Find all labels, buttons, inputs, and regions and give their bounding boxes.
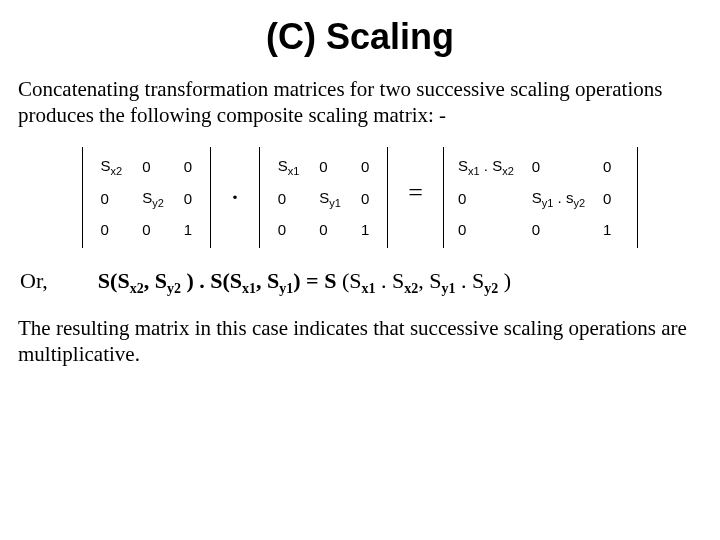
outro-paragraph: The resulting matrix in this case indica… <box>18 315 702 368</box>
m2-r2c2: 1 <box>351 215 379 244</box>
matrix-s2: Sx2 0 0 0 Sy2 0 0 0 1 <box>82 147 212 248</box>
m3-r1c1: Sy1 . sy2 <box>532 183 603 215</box>
m1-r0c2: 0 <box>174 151 202 183</box>
matrix-s1: Sx1 0 0 0 Sy1 0 0 0 1 <box>259 147 389 248</box>
m2-r0c0: Sx1 <box>268 151 310 183</box>
scaling-function-equation: S(Sx2, Sy2 ) . S(Sx1, Sy1) = S (Sx1 . Sx… <box>98 268 511 297</box>
dot-operator: . <box>229 172 241 206</box>
m3-r0c2: 0 <box>603 151 629 183</box>
m2-r0c1: 0 <box>309 151 351 183</box>
or-label: Or, <box>20 268 48 294</box>
m1-r1c2: 0 <box>174 183 202 215</box>
m1-r2c1: 0 <box>132 215 174 244</box>
m2-r1c2: 0 <box>351 183 379 215</box>
m2-r0c2: 0 <box>351 151 379 183</box>
m1-r2c2: 1 <box>174 215 202 244</box>
m3-r1c0: 0 <box>452 183 532 215</box>
m2-r2c1: 0 <box>309 215 351 244</box>
m3-r2c1: 0 <box>532 215 603 244</box>
m1-r0c1: 0 <box>132 151 174 183</box>
m3-r2c2: 1 <box>603 215 629 244</box>
intro-paragraph: Concatenating transformation matrices fo… <box>18 76 702 129</box>
matrix-equation: Sx2 0 0 0 Sy2 0 0 0 1 . Sx <box>18 147 702 248</box>
m2-r1c0: 0 <box>268 183 310 215</box>
slide: (C) Scaling Concatenating transformation… <box>0 0 720 540</box>
m1-r0c0: Sx2 <box>91 151 133 183</box>
m3-r0c1: 0 <box>532 151 603 183</box>
m3-r1c2: 0 <box>603 183 629 215</box>
matrix-result: Sx1 . Sx2 0 0 0 Sy1 . sy2 0 0 0 1 <box>443 147 638 248</box>
m2-r1c1: Sy1 <box>309 183 351 215</box>
m3-r2c0: 0 <box>452 215 532 244</box>
slide-title: (C) Scaling <box>18 16 702 58</box>
m1-r1c0: 0 <box>91 183 133 215</box>
m1-r2c0: 0 <box>91 215 133 244</box>
equals-operator: = <box>406 178 425 208</box>
or-equation-row: Or, S(Sx2, Sy2 ) . S(Sx1, Sy1) = S (Sx1 … <box>20 268 702 297</box>
m2-r2c0: 0 <box>268 215 310 244</box>
m3-r0c0: Sx1 . Sx2 <box>452 151 532 183</box>
m1-r1c1: Sy2 <box>132 183 174 215</box>
